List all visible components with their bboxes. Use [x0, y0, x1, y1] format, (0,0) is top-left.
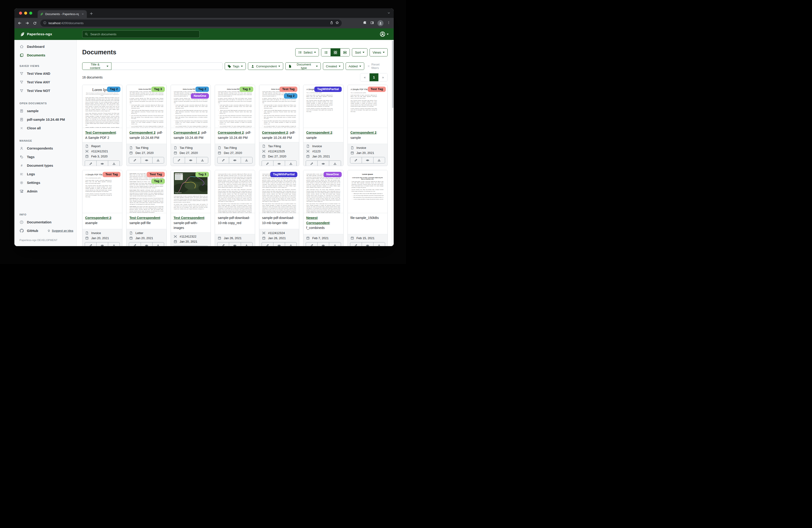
address-bar[interactable]: localhost:4200/documents	[40, 19, 342, 27]
preview-button[interactable]	[362, 157, 373, 163]
sidebar-item-test-view-any[interactable]: Test View ANY	[14, 78, 76, 86]
sort-dropdown-button[interactable]: Sort	[352, 48, 367, 56]
correspondent-link[interactable]: Test Correspondent	[129, 216, 160, 220]
sidebar-item-logs[interactable]: Logs	[14, 170, 76, 178]
edit-button[interactable]	[262, 242, 273, 246]
edit-button[interactable]	[173, 246, 185, 246]
document-thumbnail[interactable]: Lorem ipsum dolor sit amet, consectetur …	[215, 170, 255, 213]
edit-button[interactable]	[306, 161, 317, 166]
download-button[interactable]	[197, 246, 208, 246]
detail-view-button[interactable]	[340, 48, 350, 56]
edit-button[interactable]	[129, 242, 141, 246]
document-thumbnail[interactable]: A Simple PDF FileThis is a small demonst…	[348, 85, 388, 128]
download-button[interactable]	[285, 161, 296, 166]
edit-button[interactable]	[262, 161, 273, 166]
tags-filter-button[interactable]: Tags	[225, 62, 246, 70]
edit-button[interactable]	[85, 161, 96, 166]
pagination-page-1[interactable]: 1	[369, 73, 378, 81]
tag-badge[interactable]: Tag 3	[195, 172, 209, 177]
tag-badge[interactable]: Test Tag	[368, 87, 386, 92]
sidebar-item-correspondents[interactable]: Correspondents	[14, 144, 76, 153]
document-card[interactable]: Adobe Acrobat PDF FilesLorem ipsum dolor…	[126, 85, 166, 166]
tag-badge[interactable]: TagWithPartial	[314, 87, 342, 92]
views-dropdown-button[interactable]: Views	[369, 48, 388, 56]
list-view-button[interactable]	[321, 48, 331, 56]
sidebar-item-open-doc-pdf-sample[interactable]: pdf-sample 10.24.48 PM	[14, 115, 76, 124]
download-button[interactable]	[329, 242, 340, 246]
preview-button[interactable]	[141, 157, 152, 163]
search-input[interactable]	[90, 32, 197, 36]
tab-search-chevron-icon[interactable]	[387, 11, 390, 16]
back-button[interactable]	[18, 21, 21, 25]
tag-badge[interactable]: Tag 3	[240, 87, 253, 92]
correspondent-link[interactable]: Correspondent 2	[218, 131, 244, 134]
filter-field-dropdown[interactable]: Title & content	[82, 62, 112, 70]
edit-button[interactable]	[306, 242, 317, 246]
download-button[interactable]	[241, 242, 252, 246]
correspondent-link[interactable]: Test Correspondent	[85, 131, 116, 134]
correspondent-link[interactable]: Correspondent 2	[129, 131, 155, 134]
download-button[interactable]	[152, 157, 164, 163]
brand[interactable]: Paperless-ngx	[14, 32, 77, 37]
document-thumbnail[interactable]: Lorem ipsum dolor sit amet, consectetur …	[259, 170, 299, 213]
document-card[interactable]: Lorem ipsumLorem ipsum dolor sit amet, c…	[348, 170, 388, 246]
download-button[interactable]	[285, 242, 296, 246]
document-card[interactable]: A Simple PDF FileThis is a small demonst…	[348, 85, 388, 166]
maximize-window-button[interactable]	[29, 12, 32, 15]
sidebar-item-dashboard[interactable]: Dashboard	[14, 42, 76, 51]
preview-button[interactable]	[96, 161, 108, 166]
download-button[interactable]	[108, 161, 119, 166]
document-card[interactable]: Lorem Ipsum"Neque porro quisquam est qui…	[82, 85, 122, 166]
preview-button[interactable]	[185, 157, 197, 163]
download-button[interactable]	[373, 242, 385, 246]
document-thumbnail[interactable]: A Simple PDF FileThis is a small demonst…	[83, 170, 122, 213]
tag-badge[interactable]: TagWithPartial	[270, 172, 298, 177]
edit-button[interactable]	[129, 157, 141, 163]
preview-button[interactable]	[362, 242, 373, 246]
preview-button[interactable]	[185, 246, 197, 246]
browser-menu-kebab-icon[interactable]	[387, 21, 390, 25]
preview-button[interactable]	[229, 242, 241, 246]
document-card[interactable]: Adobe Acrobat PDF FilesLorem ipsum dolor…	[259, 85, 299, 166]
preview-button[interactable]	[273, 242, 285, 246]
correspondent-link[interactable]: Correspondent 2	[306, 131, 332, 134]
preview-button[interactable]	[317, 161, 329, 166]
sidebar-item-tags[interactable]: Tags	[14, 153, 76, 161]
close-window-button[interactable]	[19, 12, 22, 15]
sidebar-item-document-types[interactable]: Document types	[14, 161, 76, 170]
share-icon[interactable]	[330, 21, 333, 25]
bookmark-star-icon[interactable]	[335, 21, 339, 25]
correspondent-link[interactable]: Correspondent 2	[174, 131, 200, 134]
global-search[interactable]	[82, 30, 200, 38]
browser-profile-avatar[interactable]	[377, 20, 383, 26]
forward-button[interactable]	[25, 21, 29, 25]
sidebar-item-documents[interactable]: Documents	[14, 51, 76, 59]
tag-badge[interactable]: NewOne	[191, 93, 209, 99]
edit-button[interactable]	[218, 157, 229, 163]
document-card[interactable]: Boundary Waters Trip Google EarthLorem i…	[171, 170, 211, 246]
correspondent-link[interactable]: Correspondent 2	[85, 216, 111, 220]
scrollbar-thumb[interactable]	[392, 41, 393, 108]
download-button[interactable]	[108, 242, 119, 246]
document-card[interactable]: Lorem ipsum dolor sit amet, consectetur …	[303, 170, 343, 246]
document-thumbnail[interactable]: A Simple PDF FileThis is a small demonst…	[303, 85, 343, 128]
scrollbar[interactable]	[392, 40, 394, 246]
document-thumbnail[interactable]: Adobe Acrobat PDF FilesLorem ipsum dolor…	[171, 85, 211, 128]
sidebar-item-documentation[interactable]: Documentation	[14, 218, 76, 226]
browser-tab[interactable]: Documents - Paperless-ngx	[38, 10, 87, 18]
tag-badge[interactable]: Tag 2	[195, 87, 209, 92]
document-card[interactable]: Adobe Acrobat PDF FilesLorem ipsum dolor…	[171, 85, 211, 166]
tab-close-icon[interactable]	[81, 12, 85, 16]
tag-badge[interactable]: Test Tag	[147, 172, 165, 177]
download-button[interactable]	[241, 157, 252, 163]
sidebar-item-test-view-not[interactable]: Test View NOT	[14, 86, 76, 95]
download-button[interactable]	[373, 157, 385, 163]
download-button[interactable]	[152, 242, 164, 246]
reload-button[interactable]	[33, 22, 37, 25]
document-thumbnail[interactable]: Adobe Acrobat PDF FilesLorem ipsum dolor…	[127, 85, 166, 128]
preview-button[interactable]	[317, 242, 329, 246]
tag-badge[interactable]: Tag 2	[107, 87, 120, 92]
document-thumbnail[interactable]: Boundary Waters Trip Google EarthLorem i…	[171, 170, 211, 213]
sidebar-item-admin[interactable]: Admin	[14, 187, 76, 196]
edit-button[interactable]	[218, 242, 229, 246]
